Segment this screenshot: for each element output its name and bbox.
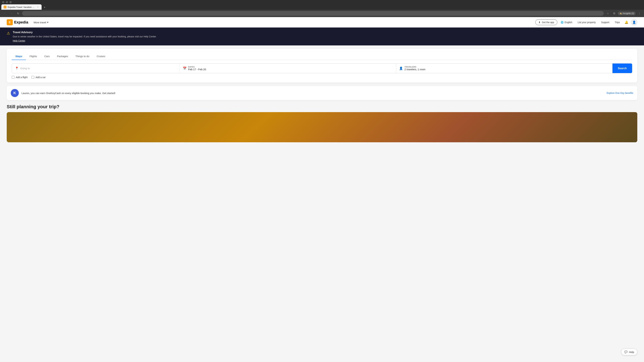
maximize-button[interactable] bbox=[6, 1, 8, 3]
url-input[interactable]: expedia.com bbox=[24, 12, 602, 15]
active-browser-tab[interactable]: E Expedia Travel: Vacation Hom... × bbox=[1, 4, 42, 10]
browser-chrome: E Expedia Travel: Vacation Hom... × + ← … bbox=[0, 0, 644, 17]
tab-stays[interactable]: Stays bbox=[12, 53, 26, 60]
get-app-label: Get the app bbox=[542, 21, 554, 24]
back-button[interactable]: ← bbox=[2, 11, 8, 16]
location-icon: 📍 bbox=[15, 66, 18, 70]
planning-image bbox=[7, 112, 637, 142]
add-flight-checkbox[interactable] bbox=[12, 76, 14, 79]
destination-placeholder: Going to bbox=[20, 67, 30, 70]
tab-title: Expedia Travel: Vacation Hom... bbox=[8, 6, 35, 8]
page-content: E Expedia More travel ▾ ⬇ Get the app 🌐 … bbox=[0, 17, 644, 359]
travelers-value: 2 travelers, 1 room bbox=[404, 68, 609, 71]
browser-titlebar bbox=[0, 0, 644, 4]
dates-label: Dates bbox=[188, 66, 393, 68]
expedia-logo[interactable]: E Expedia bbox=[7, 19, 28, 25]
search-button[interactable]: Search bbox=[612, 63, 632, 73]
help-button[interactable]: 💬 Help bbox=[621, 349, 637, 355]
advisory-text: Due to winter weather in the United Stat… bbox=[13, 35, 637, 38]
search-extras: Add a flight Add a car bbox=[12, 76, 632, 79]
still-planning-title: Still planning your trip? bbox=[7, 104, 637, 109]
reload-button[interactable]: ↻ bbox=[16, 11, 21, 16]
tab-packages[interactable]: Packages bbox=[53, 53, 72, 60]
window-controls bbox=[2, 1, 12, 3]
travelers-content: Travelers 2 travelers, 1 room bbox=[404, 66, 609, 71]
onekey-banner: K Lauren, you can earn OneKeyCash on eve… bbox=[7, 86, 637, 100]
new-tab-button[interactable]: + bbox=[42, 5, 47, 10]
incognito-badge[interactable]: 🕵 Incognito (3) bbox=[618, 11, 636, 15]
account-button[interactable]: 👤 bbox=[631, 19, 637, 25]
incognito-icon: 🕵 bbox=[620, 12, 622, 14]
tab-bar: E Expedia Travel: Vacation Hom... × + bbox=[0, 4, 644, 10]
dates-content: Dates Feb 17 - Feb 20 bbox=[188, 66, 393, 71]
extensions-button[interactable]: ⧉ bbox=[612, 11, 617, 16]
search-section: Stays Flights Cars Packages Things to do… bbox=[7, 49, 637, 83]
onekey-avatar: K bbox=[11, 89, 19, 97]
header-actions: ⬇ Get the app 🌐 English List your proper… bbox=[535, 19, 637, 25]
expedia-logo-icon: E bbox=[7, 19, 13, 25]
more-travel-button[interactable]: More travel ▾ bbox=[32, 19, 50, 25]
support-button[interactable]: Support bbox=[599, 19, 611, 25]
trips-button[interactable]: Trips bbox=[613, 19, 622, 25]
close-window-button[interactable] bbox=[10, 1, 12, 3]
browser-toolbar: ← → ↻ expedia.com ☆ ⧉ 🕵 Incognito (3) ⋮ bbox=[0, 10, 644, 17]
destination-field[interactable]: 📍 Going to bbox=[12, 63, 180, 73]
chevron-down-icon: ▾ bbox=[47, 21, 48, 24]
address-bar[interactable]: expedia.com bbox=[22, 11, 604, 16]
add-car-checkbox[interactable] bbox=[32, 76, 34, 79]
add-flight-label: Add a flight bbox=[16, 76, 28, 79]
expedia-header: E Expedia More travel ▾ ⬇ Get the app 🌐 … bbox=[0, 17, 644, 27]
tab-cruises[interactable]: Cruises bbox=[93, 53, 109, 60]
expedia-logo-text: Expedia bbox=[14, 20, 28, 24]
notifications-button[interactable]: 🔔 bbox=[623, 19, 630, 25]
person-icon: 👤 bbox=[399, 66, 403, 70]
add-car-label: Add a car bbox=[36, 76, 46, 79]
warning-icon: ⚠ bbox=[7, 31, 10, 35]
add-flight-checkbox-label[interactable]: Add a flight bbox=[12, 76, 28, 79]
forward-button[interactable]: → bbox=[9, 11, 14, 16]
globe-icon: 🌐 bbox=[561, 21, 564, 24]
incognito-label: Incognito (3) bbox=[623, 12, 634, 14]
tab-flights[interactable]: Flights bbox=[26, 53, 40, 60]
more-options-button[interactable]: ⋮ bbox=[636, 11, 642, 16]
download-icon: ⬇ bbox=[538, 21, 540, 24]
language-button[interactable]: 🌐 English bbox=[559, 19, 574, 25]
onekey-text: Lauren, you can earn OneKeyCash on every… bbox=[22, 92, 604, 94]
advisory-content: Travel Advisory Due to winter weather in… bbox=[13, 31, 637, 42]
dates-field[interactable]: 📅 Dates Feb 17 - Feb 20 bbox=[180, 63, 396, 73]
list-property-button[interactable]: List your property bbox=[576, 19, 598, 25]
tab-cars[interactable]: Cars bbox=[40, 53, 53, 60]
chat-icon: 💬 bbox=[624, 351, 628, 354]
still-planning-section: Still planning your trip? bbox=[7, 104, 637, 142]
destination-content: Going to bbox=[20, 67, 176, 70]
help-label: Help bbox=[629, 351, 634, 354]
search-tabs: Stays Flights Cars Packages Things to do… bbox=[12, 53, 632, 60]
tab-close-button[interactable]: × bbox=[36, 6, 39, 8]
travelers-label: Travelers bbox=[404, 66, 609, 68]
help-center-link[interactable]: Help Center bbox=[13, 39, 637, 42]
language-label: English bbox=[564, 21, 572, 24]
get-app-button[interactable]: ⬇ Get the app bbox=[535, 19, 557, 25]
more-travel-label: More travel bbox=[34, 21, 46, 24]
travelers-field[interactable]: 👤 Travelers 2 travelers, 1 room bbox=[396, 63, 612, 73]
add-car-checkbox-label[interactable]: Add a car bbox=[32, 76, 46, 79]
calendar-icon: 📅 bbox=[183, 66, 186, 70]
explore-onekey-link[interactable]: Explore One Key benefits bbox=[606, 92, 633, 94]
minimize-button[interactable] bbox=[2, 1, 4, 3]
tab-favicon: E bbox=[4, 6, 6, 8]
search-inputs: 📍 Going to 📅 Dates Feb 17 - Feb 20 👤 Tra… bbox=[12, 63, 632, 73]
advisory-banner: ⚠ Travel Advisory Due to winter weather … bbox=[0, 27, 644, 45]
advisory-title: Travel Advisory bbox=[13, 31, 637, 34]
dates-value: Feb 17 - Feb 20 bbox=[188, 68, 393, 71]
toolbar-actions: ☆ ⧉ 🕵 Incognito (3) ⋮ bbox=[605, 11, 642, 16]
bookmark-button[interactable]: ☆ bbox=[605, 11, 610, 16]
tab-things-to-do[interactable]: Things to do bbox=[72, 53, 93, 60]
